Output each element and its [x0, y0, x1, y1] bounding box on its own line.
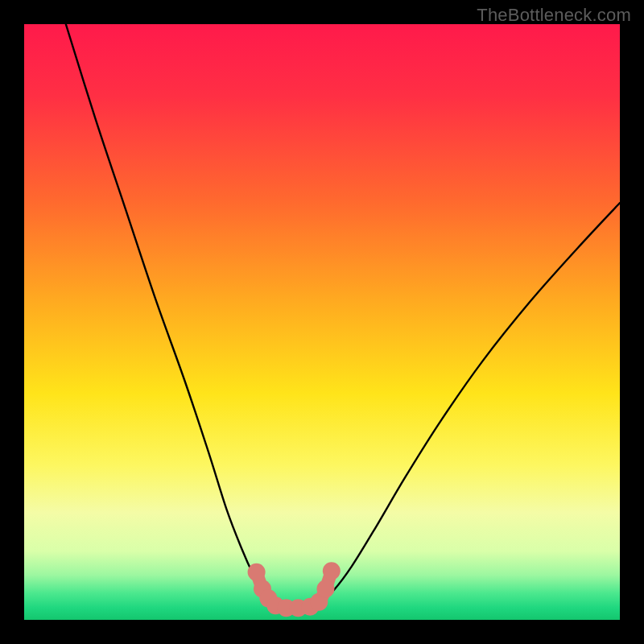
bottleneck-curve-right — [322, 203, 620, 601]
curve-layer — [24, 24, 620, 620]
valley-marker-dot — [248, 564, 266, 581]
watermark-text: TheBottleneck.com — [477, 5, 631, 26]
valley-marker-dot — [323, 562, 341, 580]
valley-marker-dot — [316, 580, 334, 598]
plot-area — [24, 24, 620, 620]
valley-markers — [248, 562, 341, 617]
bottleneck-curve-left — [66, 24, 271, 599]
chart-frame: TheBottleneck.com — [0, 0, 644, 644]
